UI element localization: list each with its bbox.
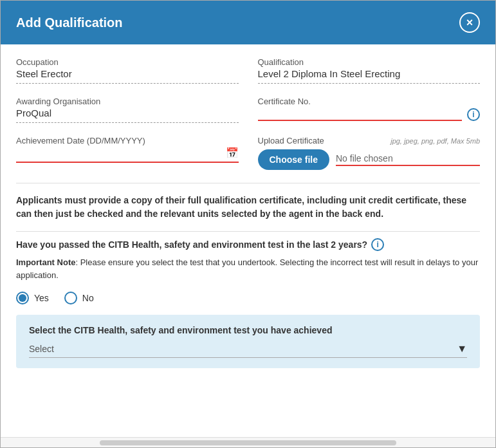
- choose-file-button[interactable]: Choose file: [258, 149, 329, 170]
- citb-question-text: Have you passed the CITB Health, safety …: [16, 239, 367, 250]
- radio-no-label[interactable]: No: [64, 292, 94, 304]
- yes-label-text: Yes: [34, 293, 49, 303]
- form-row-2: Awarding Organisation ProQual Certificat…: [16, 97, 480, 123]
- modal-header: Add Qualification ×: [1, 1, 495, 44]
- citb-info-icon[interactable]: i: [371, 238, 384, 251]
- upload-section: Upload Certificate jpg, jpeg, png, pdf, …: [258, 136, 481, 170]
- achievement-date-label: Achievement Date (DD/MM/YYYY): [16, 136, 239, 145]
- upload-label: Upload Certificate: [258, 136, 324, 145]
- cert-no-input-row: i: [258, 107, 481, 121]
- occupation-value: Steel Erector: [16, 68, 239, 84]
- cert-no-info-icon[interactable]: i: [467, 108, 480, 121]
- close-button[interactable]: ×: [459, 12, 480, 33]
- scroll-bar-container: [1, 437, 495, 447]
- cert-no-label: Certificate No.: [258, 97, 481, 106]
- notice-text: Applicants must provide a copy of their …: [16, 194, 480, 221]
- achievement-date-row: 📅: [16, 147, 239, 163]
- add-qualification-modal: Add Qualification × Occupation Steel Ere…: [0, 0, 496, 448]
- radio-yes-label[interactable]: Yes: [16, 292, 49, 304]
- cert-no-field: Certificate No. i: [258, 97, 481, 123]
- important-text: : Please ensure you select the test that…: [16, 257, 478, 280]
- occupation-label: Occupation: [16, 57, 239, 67]
- modal-body: Occupation Steel Erector Qualification L…: [1, 44, 495, 437]
- radio-yes[interactable]: [16, 292, 29, 304]
- radio-group: Yes No: [16, 292, 480, 304]
- achievement-date-input[interactable]: [16, 148, 221, 158]
- citb-box-title: Select the CITB Health, safety and envir…: [29, 325, 467, 335]
- select-placeholder: Select: [29, 344, 54, 354]
- upload-label-row: Upload Certificate jpg, jpeg, png, pdf, …: [258, 136, 481, 145]
- upload-hint: jpg, jpeg, png, pdf, Max 5mb: [390, 137, 480, 145]
- awarding-org-label: Awarding Organisation: [16, 97, 239, 106]
- awarding-org-value: ProQual: [16, 107, 239, 123]
- awarding-org-field: Awarding Organisation ProQual: [16, 97, 239, 123]
- upload-control-row: Choose file No file chosen: [258, 149, 481, 170]
- calendar-icon[interactable]: 📅: [226, 147, 239, 159]
- horizontal-scroll-bar[interactable]: [100, 440, 396, 445]
- important-label: Important Note: [16, 257, 75, 267]
- citb-question-row: Have you passed the CITB Health, safety …: [16, 238, 480, 251]
- upload-cert-field: Upload Certificate jpg, jpeg, png, pdf, …: [258, 136, 481, 170]
- qualification-field: Qualification Level 2 Diploma In Steel E…: [258, 57, 481, 84]
- no-label-text: No: [82, 293, 94, 303]
- achievement-date-field: Achievement Date (DD/MM/YYYY) 📅: [16, 136, 239, 170]
- qualification-value: Level 2 Diploma In Steel Erecting: [258, 68, 481, 84]
- citb-box: Select the CITB Health, safety and envir…: [16, 315, 480, 368]
- modal-title: Add Qualification: [16, 15, 123, 30]
- form-row-3: Achievement Date (DD/MM/YYYY) 📅 Upload C…: [16, 136, 480, 170]
- dropdown-arrow-icon: ▼: [457, 343, 467, 355]
- qualification-label: Qualification: [258, 57, 481, 67]
- form-row-1: Occupation Steel Erector Qualification L…: [16, 57, 480, 84]
- divider-1: [16, 183, 480, 183]
- no-file-text: No file chosen: [336, 153, 480, 166]
- select-row[interactable]: Select ▼: [29, 343, 467, 358]
- radio-no[interactable]: [64, 292, 77, 304]
- cert-no-input[interactable]: [258, 107, 463, 121]
- occupation-field: Occupation Steel Erector: [16, 57, 239, 84]
- divider-2: [16, 231, 480, 232]
- important-note: Important Note: Please ensure you select…: [16, 256, 480, 281]
